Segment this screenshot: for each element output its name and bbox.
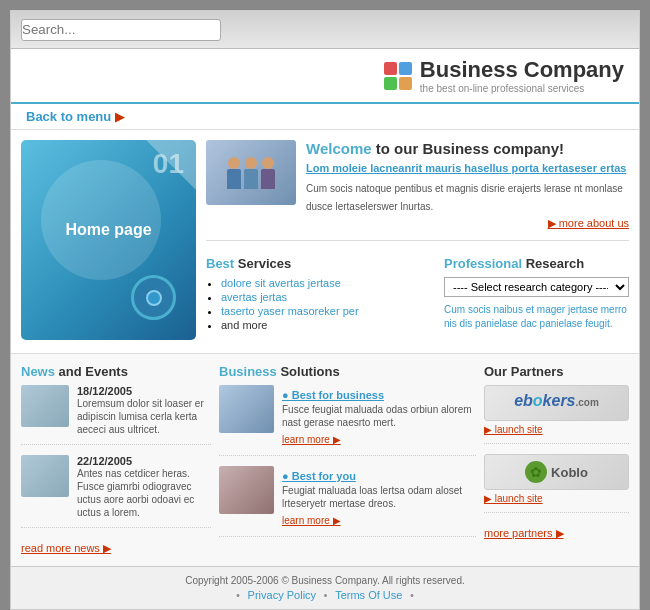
research-section: Professional Research ---- Select resear… xyxy=(444,256,629,333)
news-image-2 xyxy=(21,455,69,497)
welcome-main: to our Business company! xyxy=(376,140,564,157)
koblo-text: Koblo xyxy=(551,465,588,480)
partner-item-2: Koblo ▶ launch site xyxy=(484,454,629,513)
welcome-image xyxy=(206,140,296,205)
arrow-right-icon: ▶ xyxy=(115,110,124,124)
company-title: Business Company xyxy=(420,57,624,83)
services-title-pre: Best xyxy=(206,256,238,271)
list-item: avertas jertas xyxy=(221,291,434,303)
news-date-2: 22/12/2005 xyxy=(77,455,211,467)
copyright-text: Copyright 2005-2006 © Business Company. … xyxy=(21,575,629,586)
top-bar xyxy=(11,11,639,49)
research-select[interactable]: ---- Select research category ---- xyxy=(444,277,629,297)
news-item-1: 18/12/2005 Loremsum dolor sit loaser er … xyxy=(21,385,211,445)
welcome-body: Cum socis natoque pentibus et magnis dis… xyxy=(306,183,623,212)
page-wrapper: Business Company the best on-line profes… xyxy=(10,10,640,610)
services-title: Best Services xyxy=(206,256,434,271)
footer-links: • Privacy Policy • Terms Of Use • xyxy=(21,589,629,601)
news-title: News and Events xyxy=(21,364,211,379)
solution-text-1: Fusce feugiat maluada odas orbiun alorem… xyxy=(282,403,476,429)
homepage-panel[interactable]: 01 Home page xyxy=(21,140,196,340)
footer: Copyright 2005-2006 © Business Company. … xyxy=(11,566,639,609)
person-head xyxy=(228,157,240,169)
news-item-2: 22/12/2005 Antes nas cetdicer heras. Fus… xyxy=(21,455,211,528)
terms-of-use-link[interactable]: Terms Of Use xyxy=(335,589,402,601)
launch-site-2[interactable]: ▶ launch site xyxy=(484,493,629,504)
right-panel: Welcome to our Business company! Lom mol… xyxy=(206,140,629,343)
research-title-pro: Professional xyxy=(444,256,522,271)
person-body xyxy=(227,169,241,189)
welcome-pre: Welcome xyxy=(306,140,376,157)
solutions-section: Business Solutions ● Best for business F… xyxy=(219,364,476,556)
welcome-link[interactable]: Lom moleie lacneanrit mauris hasellus po… xyxy=(306,162,629,174)
solutions-title-pre: Business xyxy=(219,364,280,379)
partners-title: Our Partners xyxy=(484,364,629,379)
solution-title-1[interactable]: ● Best for business xyxy=(282,389,384,401)
back-label: Back to menu xyxy=(26,109,111,124)
nav-bar: Back to menu ▶ xyxy=(11,104,639,130)
services-title-main: Services xyxy=(238,256,292,271)
header: Business Company the best on-line profes… xyxy=(11,49,639,104)
research-body: Cum socis naibus et mager jertase merro … xyxy=(444,303,629,331)
people-graphic xyxy=(227,157,275,189)
service-link-3[interactable]: taserto yaser masoreker per xyxy=(221,305,359,317)
logo-area: Business Company the best on-line profes… xyxy=(384,57,624,94)
solution-text-2: Feugiat maluada loas lertsa odam aloset … xyxy=(282,484,476,510)
research-title-main: Research xyxy=(522,256,584,271)
search-input[interactable] xyxy=(21,19,221,41)
more-partners-link[interactable]: more partners ▶ xyxy=(484,527,564,539)
service-link-1[interactable]: dolore sit avertas jertase xyxy=(221,277,341,289)
koblo-logo: Koblo xyxy=(525,461,588,483)
person-1 xyxy=(227,157,241,189)
news-title-pre: News xyxy=(21,364,59,379)
news-content-1: 18/12/2005 Loremsum dolor sit loaser er … xyxy=(77,385,211,436)
more-about-us-link[interactable]: ▶ more about us xyxy=(306,217,629,230)
bg-circle xyxy=(41,160,161,280)
news-title-main: and Events xyxy=(59,364,128,379)
partner-logo-box-2: Koblo xyxy=(484,454,629,490)
welcome-text-area: Welcome to our Business company! Lom mol… xyxy=(306,140,629,230)
solution-image-2 xyxy=(219,466,274,514)
ebokers-logo: ebokers.com xyxy=(514,392,599,410)
welcome-title: Welcome to our Business company! xyxy=(306,140,629,157)
news-text-1: Loremsum dolor sit loaser er adipiscin l… xyxy=(77,397,211,436)
news-content-2: 22/12/2005 Antes nas cetdicer heras. Fus… xyxy=(77,455,211,519)
main-content: 01 Home page xyxy=(11,130,639,353)
solution-content-1: ● Best for business Fusce feugiat maluad… xyxy=(282,385,476,447)
separator: • xyxy=(324,590,330,601)
partner-logo-box-1: ebokers.com xyxy=(484,385,629,421)
solution-item-2: ● Best for you Feugiat maluada loas lert… xyxy=(219,466,476,537)
bottom-sections: News and Events 18/12/2005 Loremsum dolo… xyxy=(11,353,639,566)
research-title: Professional Research xyxy=(444,256,629,271)
read-more-link[interactable]: read more news ▶ xyxy=(21,542,111,554)
solution-title-2[interactable]: ● Best for you xyxy=(282,470,356,482)
privacy-policy-link[interactable]: Privacy Policy xyxy=(248,589,316,601)
person-body xyxy=(261,169,275,189)
services-research-row: Best Services dolore sit avertas jertase… xyxy=(206,256,629,333)
news-image-1 xyxy=(21,385,69,427)
service-link-4[interactable]: and more xyxy=(221,319,267,331)
learn-more-2[interactable]: learn more ▶ xyxy=(282,515,341,526)
logo-icon xyxy=(384,62,412,90)
partner-item-1: ebokers.com ▶ launch site xyxy=(484,385,629,444)
services-list: dolore sit avertas jertase avertas jerta… xyxy=(206,277,434,331)
person-head xyxy=(262,157,274,169)
koblo-icon xyxy=(525,461,547,483)
launch-site-1[interactable]: ▶ launch site xyxy=(484,424,629,435)
partners-section: Our Partners ebokers.com ▶ launch site K… xyxy=(484,364,629,556)
company-subtitle: the best on-line professional services xyxy=(420,83,624,94)
bullet-icon-2: • xyxy=(410,590,414,601)
service-link-2[interactable]: avertas jertas xyxy=(221,291,287,303)
news-date-1: 18/12/2005 xyxy=(77,385,211,397)
person-2 xyxy=(244,157,258,189)
panel-label: Home page xyxy=(65,221,151,239)
list-item: taserto yaser masoreker per xyxy=(221,305,434,317)
person-body xyxy=(244,169,258,189)
solution-item-1: ● Best for business Fusce feugiat maluad… xyxy=(219,385,476,456)
solution-content-2: ● Best for you Feugiat maluada loas lert… xyxy=(282,466,476,528)
services-section: Best Services dolore sit avertas jertase… xyxy=(206,256,434,333)
back-to-menu-link[interactable]: Back to menu ▶ xyxy=(26,109,624,124)
learn-more-1[interactable]: learn more ▶ xyxy=(282,434,341,445)
welcome-section: Welcome to our Business company! Lom mol… xyxy=(206,140,629,241)
solution-image-1 xyxy=(219,385,274,433)
